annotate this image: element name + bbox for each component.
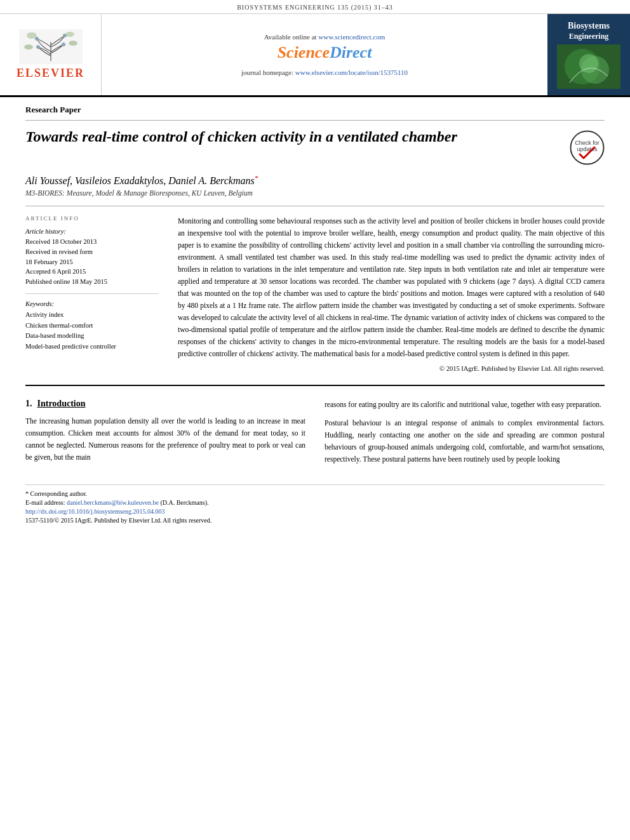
abstract-column: Monitoring and controlling some behaviou… (178, 215, 605, 372)
biosystems-engineering-logo-area: Biosystems Engineering (547, 14, 630, 95)
svg-point-8 (69, 41, 77, 46)
crossmark-icon[interactable]: Check for updates (570, 130, 605, 165)
issn-line: 1537-5110/© 2015 IAgrE. Published by Els… (25, 517, 605, 524)
introduction-section: 1. Introduction The increasing human pop… (25, 399, 605, 472)
corresponding-superscript: * (255, 174, 258, 182)
introduction-right-col: reasons for eating poultry are its calor… (325, 399, 605, 472)
doi-link-line: http://dx.doi.org/10.1016/j.biosystemsen… (25, 508, 605, 515)
journal-citation: BIOSYSTEMS ENGINEERING 135 (2015) 31–43 (237, 4, 393, 11)
keyword-2: Chicken thermal-comfort (25, 321, 159, 331)
biosystems-journal-image (557, 44, 620, 89)
keywords-section: Keywords: Activity index Chicken thermal… (25, 300, 159, 352)
journal-center-header: Available online at www.sciencedirect.co… (102, 14, 547, 95)
paper-type-label: Research Paper (25, 97, 605, 121)
section-number: 1. (25, 399, 32, 409)
history-label: Article history: (25, 228, 159, 235)
article-history: Article history: Received 18 October 201… (25, 228, 159, 287)
article-info-column: ARTICLE INFO Article history: Received 1… (25, 215, 159, 372)
email-label: E-mail address: (25, 499, 65, 506)
intro-paragraph-3: Postural behaviour is an integral respon… (325, 417, 605, 465)
keyword-1: Activity index (25, 310, 159, 321)
elsevier-logo-area: ELSEVIER (0, 14, 102, 95)
section-title: Introduction (37, 399, 86, 409)
svg-point-4 (62, 43, 65, 46)
elsevier-brand-name: ELSEVIER (17, 67, 84, 80)
article-info-title: ARTICLE INFO (25, 215, 159, 222)
received-revised-date: 18 February 2015 (25, 257, 159, 267)
copyright-line: © 2015 IAgrE. Published by Elsevier Ltd.… (178, 365, 605, 372)
svg-point-12 (579, 54, 598, 73)
abstract-text: Monitoring and controlling some behaviou… (178, 215, 605, 360)
svg-point-6 (65, 32, 74, 37)
keyword-3: Data-based modelling (25, 331, 159, 342)
received-revised-label: Received in revised form (25, 247, 159, 257)
sciencedirect-url-link[interactable]: www.sciencedirect.com (318, 33, 385, 41)
introduction-left-col: 1. Introduction The increasing human pop… (25, 399, 305, 472)
keywords-label: Keywords: (25, 300, 159, 307)
main-content: Research Paper Towards real-time control… (0, 97, 630, 524)
journal-homepage-link[interactable]: www.elsevier.com/locate/issn/15375110 (295, 69, 408, 76)
corresponding-author-label: * Corresponding author. (25, 490, 605, 497)
paper-title: Towards real-time control of chicken act… (25, 127, 570, 147)
article-info-divider (25, 206, 605, 206)
svg-text:Check for: Check for (575, 140, 600, 146)
footnote-section: * Corresponding author. E-mail address: … (25, 484, 605, 524)
svg-point-3 (36, 45, 40, 49)
authors-names: Ali Youssef, Vasileios Exadaktylos, Dani… (25, 175, 258, 186)
affiliation-line: M3-BIORES: Measure, Model & Manage Biore… (25, 189, 605, 197)
section-main-divider (25, 385, 605, 386)
email-link[interactable]: daniel.berckmans@biw.kuleuven.be (67, 499, 159, 506)
elsevier-tree-icon (19, 29, 83, 64)
authors-line: Ali Youssef, Vasileios Exadaktylos, Dani… (25, 174, 605, 187)
biosystems-logo: Biosystems Engineering (568, 20, 610, 42)
received-date: Received 18 October 2013 (25, 237, 159, 247)
intro-paragraph-2: reasons for eating poultry are its calor… (325, 399, 605, 411)
article-body-columns: ARTICLE INFO Article history: Received 1… (25, 215, 605, 372)
email-line: E-mail address: daniel.berckmans@biw.kul… (25, 499, 605, 506)
title-section: Towards real-time control of chicken act… (25, 127, 605, 165)
accepted-date: Accepted 6 April 2015 (25, 267, 159, 277)
sciencedirect-logo: ScienceDirect (278, 43, 372, 62)
email-suffix: (D.A. Berckmans). (160, 499, 208, 506)
published-date: Published online 18 May 2015 (25, 277, 159, 287)
elsevier-logo: ELSEVIER (10, 29, 92, 80)
svg-point-7 (24, 44, 33, 50)
journal-bar: BIOSYSTEMS ENGINEERING 135 (2015) 31–43 (0, 0, 630, 14)
keywords-divider (25, 293, 159, 294)
header-section: ELSEVIER Available online at www.science… (0, 14, 630, 97)
doi-link[interactable]: http://dx.doi.org/10.1016/j.biosystemsen… (25, 508, 165, 515)
keyword-4: Model-based predictive controller (25, 342, 159, 352)
intro-paragraph-1: The increasing human population density … (25, 415, 305, 463)
introduction-heading: 1. Introduction (25, 399, 305, 409)
available-online-text: Available online at www.sciencedirect.co… (264, 33, 385, 41)
svg-point-5 (27, 32, 37, 39)
journal-homepage-line: journal homepage: www.elsevier.com/locat… (241, 69, 408, 76)
